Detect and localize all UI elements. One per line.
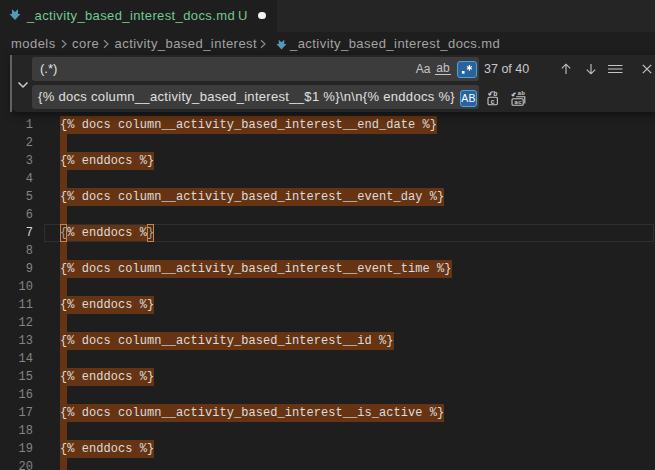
- svg-text:c: c: [491, 98, 495, 106]
- svg-text:ab: ab: [518, 90, 526, 97]
- svg-text:ac: ac: [514, 99, 522, 106]
